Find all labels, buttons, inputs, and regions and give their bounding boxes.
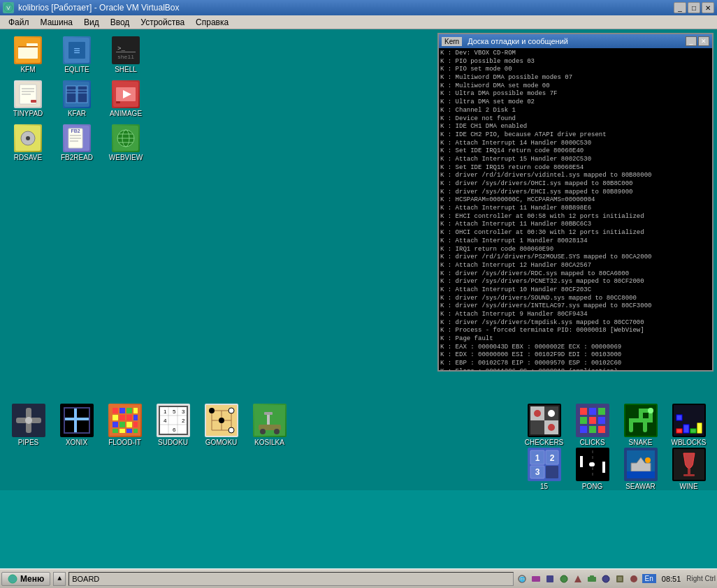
svg-rect-99 bbox=[264, 412, 273, 415]
log-line: K : driver /sys/drivers/SOUND.sys mapped… bbox=[440, 295, 711, 303]
icon-checkers[interactable]: CHECKERS bbox=[521, 404, 567, 446]
svg-rect-55 bbox=[120, 408, 125, 413]
log-line: K : Attach Interrupt 12 Handler 80CA2567 bbox=[440, 262, 711, 270]
icon-pipes[interactable]: PIPES bbox=[6, 404, 51, 446]
tray-icon4[interactable] bbox=[558, 573, 570, 585]
taskbar: Меню ▲ BOARD 🌐 En 08: bbox=[0, 568, 717, 588]
icon-rdsave-label: RDSAVE bbox=[14, 154, 42, 161]
tray-network[interactable]: 🌐 bbox=[516, 573, 528, 585]
tray-icon6[interactable] bbox=[586, 573, 598, 585]
log-line: K : Multiword DMA possible modes 07 bbox=[440, 74, 711, 82]
kern-badge: Kern bbox=[442, 37, 462, 46]
menu-file[interactable]: Файл bbox=[3, 17, 35, 28]
icon-sudoku-label: SUDOKU bbox=[158, 439, 188, 446]
tray-icon3[interactable] bbox=[544, 573, 556, 585]
tray-icon9[interactable] bbox=[628, 573, 639, 585]
svg-text:1: 1 bbox=[164, 409, 167, 415]
svg-rect-117 bbox=[598, 426, 605, 433]
icon-shell-label: SHELL bbox=[115, 66, 137, 73]
icon-kfm-label: KFM bbox=[20, 66, 35, 73]
icon-kosilka[interactable]: KOSILKA bbox=[247, 404, 292, 446]
log-line: K : IRQ1 return code 800060E90 bbox=[440, 246, 711, 254]
debug-close[interactable]: ✕ bbox=[698, 36, 709, 46]
icon-webview[interactable]: WEBVIEW bbox=[105, 124, 147, 161]
menu-help[interactable]: Справка bbox=[190, 17, 234, 28]
taskbar-window[interactable]: BOARD bbox=[68, 572, 513, 586]
language-indicator[interactable]: En bbox=[642, 574, 656, 583]
icon-tinypad[interactable]: TINYPAD bbox=[7, 80, 49, 117]
icon-seawar[interactable]: SEAWAR bbox=[618, 448, 663, 490]
menu-input[interactable]: Ввод bbox=[105, 17, 136, 28]
log-line: K : OHCI controller at 00:30 with 12 por… bbox=[440, 229, 711, 237]
icon-wine[interactable]: WINE bbox=[666, 448, 711, 490]
minimize-button[interactable]: _ bbox=[674, 2, 686, 13]
svg-rect-145 bbox=[688, 469, 690, 474]
icon-kosilka-label: KOSILKA bbox=[254, 439, 284, 446]
close-button[interactable]: ✕ bbox=[702, 2, 714, 13]
svg-rect-121 bbox=[676, 429, 682, 433]
debug-title-bar: Kern Доска отладки и сообщений _ ✕ bbox=[439, 34, 712, 48]
svg-text:>_: >_ bbox=[117, 45, 125, 52]
desktop: KFM ≡ EQLITE >_ shell SHELL bbox=[0, 29, 717, 490]
svg-rect-64 bbox=[126, 422, 132, 427]
log-line: K : HCSPARAM=0000000C, HCCPARAMS=0000000… bbox=[440, 196, 711, 205]
icon-pong[interactable]: PONG bbox=[570, 448, 615, 490]
svg-rect-116 bbox=[589, 426, 596, 433]
svg-text:2: 2 bbox=[549, 453, 554, 463]
svg-text:3: 3 bbox=[535, 467, 539, 477]
log-line: K : EBP : 00102C78 EIP : 00009570 ESP : … bbox=[440, 360, 711, 368]
svg-rect-62 bbox=[113, 422, 118, 427]
svg-point-96 bbox=[260, 429, 266, 434]
right-ctrl-label: Right Ctrl bbox=[686, 575, 716, 582]
svg-text:shell: shell bbox=[117, 54, 134, 60]
svg-rect-112 bbox=[580, 417, 587, 424]
log-line: K : IDE CH1 DMA enabled bbox=[440, 123, 711, 131]
debug-minimize[interactable]: _ bbox=[686, 36, 697, 46]
window-controls: _ □ ✕ bbox=[674, 2, 714, 13]
icon-fb2read[interactable]: FB2 FB2READ bbox=[56, 124, 98, 161]
svg-rect-51 bbox=[74, 408, 77, 433]
menu-machine[interactable]: Машина bbox=[35, 17, 78, 28]
svg-rect-29 bbox=[116, 101, 120, 103]
start-label: Меню bbox=[20, 574, 44, 584]
icon-flood[interactable]: FLOOD-IT bbox=[102, 404, 147, 446]
menu-devices[interactable]: Устройства bbox=[135, 17, 190, 28]
icon-gomoku[interactable]: GOMOKU bbox=[198, 404, 244, 446]
icon-eqlite[interactable]: ≡ EQLITE bbox=[56, 36, 98, 73]
icon-sudoku[interactable]: 1 5 3 4 2 6 SUDOKU bbox=[150, 404, 196, 446]
svg-rect-5 bbox=[18, 46, 38, 47]
arrow-up-button[interactable]: ▲ bbox=[53, 572, 66, 586]
icon-animage[interactable]: ANIMAGE bbox=[105, 80, 147, 117]
svg-rect-146 bbox=[683, 474, 695, 476]
debug-log: K : Dev: VBOX CD-ROM K : PIO possible mo… bbox=[439, 48, 712, 370]
svg-rect-155 bbox=[590, 575, 594, 578]
icon-xonix-label: XONIX bbox=[66, 439, 87, 446]
icon-animage-label: ANIMAGE bbox=[110, 110, 142, 117]
icon-xonix[interactable]: XONIX bbox=[54, 404, 99, 446]
icon-rdsave[interactable]: RDSAVE bbox=[7, 124, 49, 161]
maximize-button[interactable]: □ bbox=[688, 2, 700, 13]
log-line: K : Page fault bbox=[440, 335, 711, 344]
system-clock: 08:51 bbox=[659, 575, 684, 583]
log-line: K : IDE CH2 PIO, because ATAPI drive pre… bbox=[440, 131, 711, 140]
svg-point-143 bbox=[645, 457, 651, 463]
icon-tinypad-label: TINYPAD bbox=[13, 110, 43, 117]
icon-wblocks[interactable]: WBLOCKS bbox=[666, 404, 711, 446]
svg-text:≡: ≡ bbox=[73, 45, 80, 57]
tray-icon5[interactable] bbox=[572, 573, 584, 585]
tray-icon2[interactable] bbox=[530, 573, 542, 585]
tray-icon7[interactable] bbox=[600, 573, 611, 585]
svg-rect-123 bbox=[690, 429, 696, 433]
icon-shell[interactable]: >_ shell SHELL bbox=[105, 36, 147, 73]
icon-15[interactable]: 1 2 3 15 bbox=[521, 448, 567, 490]
icon-kfm[interactable]: KFM bbox=[7, 36, 49, 73]
svg-rect-136 bbox=[602, 462, 605, 473]
icon-kfar[interactable]: KFAR bbox=[56, 80, 98, 117]
start-button[interactable]: Меню bbox=[1, 572, 50, 586]
icon-snake[interactable]: SNAKE bbox=[618, 404, 663, 446]
icon-clicks[interactable]: CLICKS bbox=[570, 404, 615, 446]
menu-view[interactable]: Вид bbox=[78, 17, 105, 28]
tray-icon8[interactable] bbox=[614, 573, 625, 585]
svg-point-92 bbox=[229, 427, 234, 433]
svg-point-119 bbox=[648, 408, 653, 413]
